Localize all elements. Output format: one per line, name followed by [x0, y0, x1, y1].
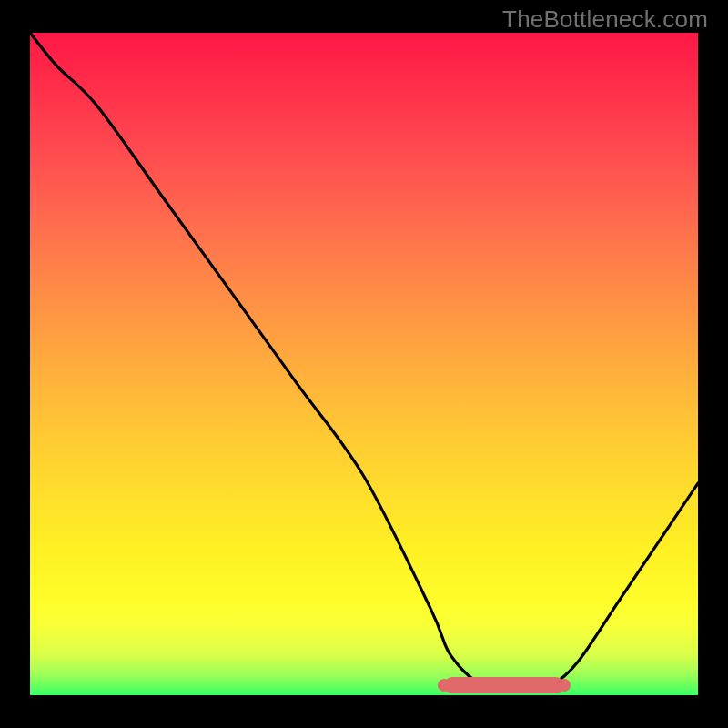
chart-container: TheBottleneck.com	[0, 0, 728, 728]
bottleneck-curve	[30, 33, 698, 695]
watermark-text: TheBottleneck.com	[502, 5, 708, 34]
trough-highlight	[444, 677, 564, 693]
curve-layer	[30, 33, 698, 695]
plot-area	[30, 33, 698, 695]
